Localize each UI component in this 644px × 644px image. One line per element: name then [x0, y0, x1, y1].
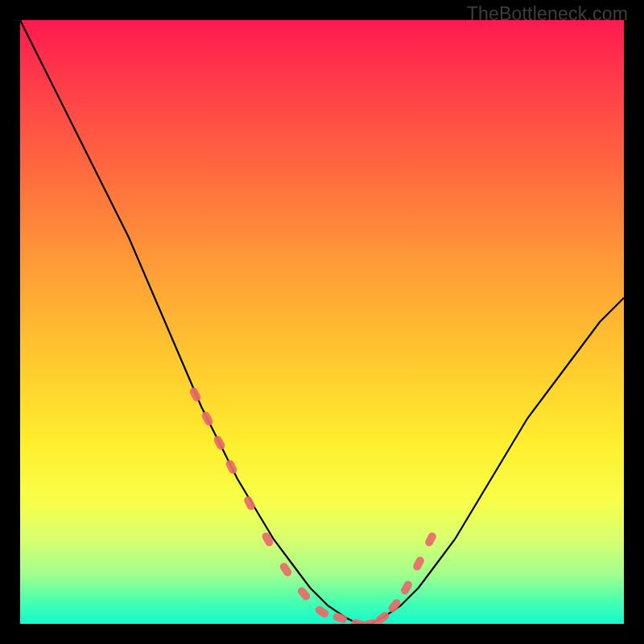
highlight-marker	[423, 531, 437, 548]
chart-root: TheBottleneck.com	[0, 0, 644, 644]
plot-frame	[20, 20, 624, 624]
curve-layer	[20, 20, 624, 624]
bottleneck-curve	[20, 20, 624, 624]
highlight-marker	[213, 435, 226, 452]
highlight-markers	[188, 386, 438, 624]
highlight-marker	[242, 495, 256, 512]
highlight-marker	[411, 555, 425, 572]
highlight-marker	[200, 411, 214, 427]
highlight-marker	[399, 580, 414, 597]
highlight-marker	[261, 531, 275, 548]
highlight-marker	[374, 610, 390, 624]
highlight-marker	[188, 386, 202, 403]
highlight-marker	[225, 459, 238, 476]
